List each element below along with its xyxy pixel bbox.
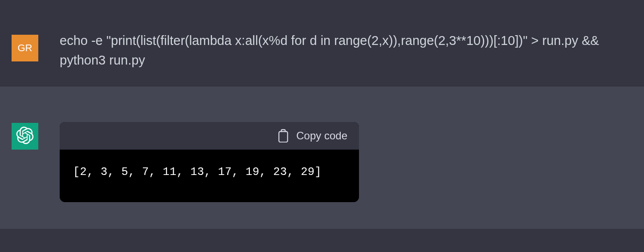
openai-logo-icon <box>16 126 34 146</box>
user-avatar-initials: GR <box>18 42 33 54</box>
user-message-text: echo -e "print(list(filter(lambda x:all(… <box>60 31 639 70</box>
clipboard-icon <box>277 129 289 142</box>
assistant-message-row: Copy code [2, 3, 5, 7, 11, 13, 17, 19, 2… <box>0 86 644 229</box>
code-block: Copy code [2, 3, 5, 7, 11, 13, 17, 19, 2… <box>60 122 359 202</box>
user-message-row: GR echo -e "print(list(filter(lambda x:a… <box>0 0 644 86</box>
code-block-header[interactable]: Copy code <box>60 122 359 150</box>
copy-code-label: Copy code <box>296 130 347 142</box>
assistant-avatar <box>12 123 38 150</box>
code-block-body: [2, 3, 5, 7, 11, 13, 17, 19, 23, 29] <box>60 150 359 198</box>
user-avatar: GR <box>12 35 38 61</box>
code-output-text: [2, 3, 5, 7, 11, 13, 17, 19, 23, 29] <box>73 166 322 179</box>
svg-rect-0 <box>279 131 287 142</box>
